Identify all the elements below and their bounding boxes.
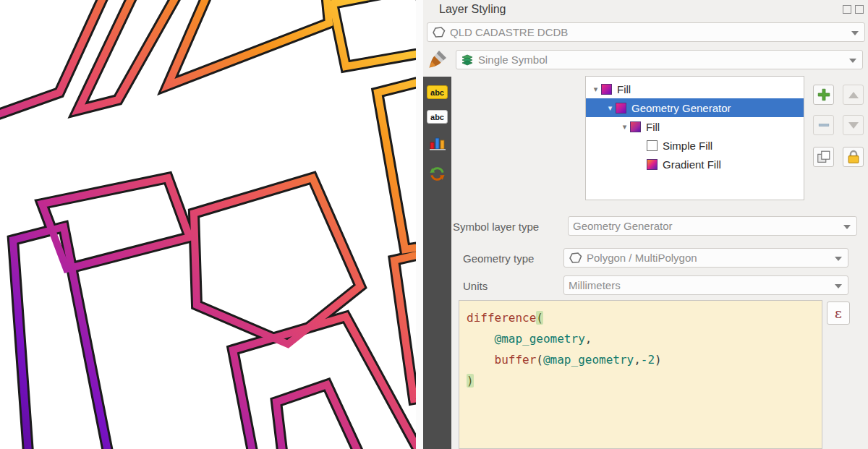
code-token: @map_geometry: [543, 353, 634, 367]
tree-item-simple-fill[interactable]: Simple Fill: [586, 136, 804, 155]
chevron-down-icon: [849, 59, 856, 63]
expression-line: buffer(@map_geometry,-2): [467, 349, 814, 370]
chevron-down-icon: [835, 284, 842, 288]
tree-item-label: Simple Fill: [663, 140, 712, 152]
code-token: buffer: [495, 353, 537, 367]
float-panel-icon[interactable]: [843, 5, 851, 14]
tab-callouts[interactable]: abc: [427, 110, 448, 124]
chevron-down-icon: [835, 257, 842, 261]
polygon-geometry-icon: [569, 252, 582, 264]
expander-icon[interactable]: ▾: [605, 103, 616, 113]
tree-item-geometry-generator[interactable]: ▾ Geometry Generator: [586, 98, 804, 117]
map-canvas[interactable]: [0, 0, 416, 449]
tree-item-gradient-fill[interactable]: Gradient Fill: [586, 155, 804, 174]
arrow-down-icon: [848, 122, 859, 129]
epsilon-icon: ε: [835, 305, 842, 321]
tab-symbology[interactable]: [423, 45, 451, 77]
layer-styling-panel: Layer Styling QLD CADASTRE DCDB: [423, 0, 868, 449]
expression-line: @map_geometry,: [467, 328, 814, 349]
lock-icon: [846, 149, 861, 165]
expression-editor[interactable]: difference( @map_geometry, buffer(@map_g…: [459, 300, 822, 449]
code-token: (: [536, 353, 543, 367]
expander-icon[interactable]: ▾: [590, 85, 601, 94]
geometry-type-label: Geometry type: [463, 252, 534, 265]
arrow-up-icon: [848, 92, 859, 98]
duplicate-symbol-layer-button[interactable]: [813, 147, 834, 167]
symbol-swatch: [616, 103, 626, 114]
layer-selector-value: QLD CADASTRE DCDB: [450, 26, 568, 38]
code-token: (: [536, 311, 543, 325]
tree-item-fill-sub[interactable]: ▾ Fill: [586, 117, 804, 136]
tree-item-label: Fill: [646, 121, 660, 133]
cadastre-map-drawing: [0, 0, 416, 449]
code-token: ,: [585, 332, 592, 346]
minus-icon: [816, 117, 832, 133]
code-token: difference: [467, 311, 536, 325]
panel-title: Layer Styling: [439, 3, 506, 16]
symbol-swatch: [630, 121, 641, 132]
single-symbol-icon: [461, 54, 474, 67]
chevron-down-icon: [843, 225, 851, 229]
symbol-layer-type-select[interactable]: Geometry Generator: [568, 216, 857, 236]
symbol-layer-type-label: Symbol layer type: [453, 221, 539, 233]
duplicate-icon: [816, 149, 832, 165]
tab-labels[interactable]: abc: [427, 85, 448, 99]
tab-diagrams[interactable]: [429, 134, 446, 155]
expression-line: difference(: [467, 307, 814, 328]
layer-selector[interactable]: QLD CADASTRE DCDB: [427, 22, 865, 42]
symbol-layer-type-value: Geometry Generator: [573, 220, 673, 232]
remove-symbol-layer-button[interactable]: [813, 115, 834, 135]
symbol-layer-tree: ▾ Fill ▾ Geometry Generator ▾ Fill Simpl…: [585, 76, 804, 200]
chevron-down-icon: [851, 31, 859, 35]
code-token: @map_geometry: [495, 332, 585, 346]
move-up-button[interactable]: [843, 85, 864, 105]
expression-line: ): [467, 370, 814, 391]
geometry-type-select[interactable]: Polygon / MultiPolygon: [563, 248, 848, 268]
expression-builder-button[interactable]: ε: [827, 302, 850, 325]
tree-item-fill-root[interactable]: ▾ Fill: [586, 80, 804, 98]
tree-item-label: Fill: [617, 83, 631, 95]
code-token: ,: [634, 353, 641, 367]
symbol-swatch: [601, 84, 612, 95]
symbol-swatch: [647, 159, 658, 170]
code-token: ): [467, 374, 474, 388]
tree-item-label: Gradient Fill: [663, 158, 721, 171]
close-panel-icon[interactable]: [855, 5, 864, 14]
polygon-layer-icon: [432, 26, 446, 38]
history-icon: [429, 172, 446, 184]
paintbrush-icon: [429, 51, 446, 71]
units-select[interactable]: Millimeters: [563, 275, 848, 295]
plus-icon: [816, 87, 832, 103]
callouts-icon: abc: [430, 113, 444, 121]
tree-item-label: Geometry Generator: [631, 102, 731, 114]
code-token: ): [655, 353, 662, 367]
tab-history[interactable]: [429, 166, 446, 185]
geometry-type-value: Polygon / MultiPolygon: [587, 252, 697, 264]
code-token: -2: [641, 353, 655, 367]
renderer-selector[interactable]: Single Symbol: [456, 50, 863, 69]
labels-icon: abc: [430, 88, 444, 97]
lock-colors-button[interactable]: [843, 147, 864, 167]
add-symbol-layer-button[interactable]: [813, 85, 834, 105]
code-token: [467, 332, 495, 346]
units-value: Millimeters: [569, 279, 621, 291]
qgis-window: Layer Styling QLD CADASTRE DCDB: [0, 0, 868, 449]
units-label: Units: [463, 280, 488, 292]
renderer-selector-value: Single Symbol: [478, 54, 548, 66]
code-token: [467, 353, 495, 367]
style-tabs: abc abc: [423, 45, 451, 449]
symbol-swatch: [647, 140, 658, 151]
move-down-button[interactable]: [843, 115, 864, 135]
expander-icon[interactable]: ▾: [619, 122, 630, 132]
diagrams-icon: [429, 142, 446, 154]
